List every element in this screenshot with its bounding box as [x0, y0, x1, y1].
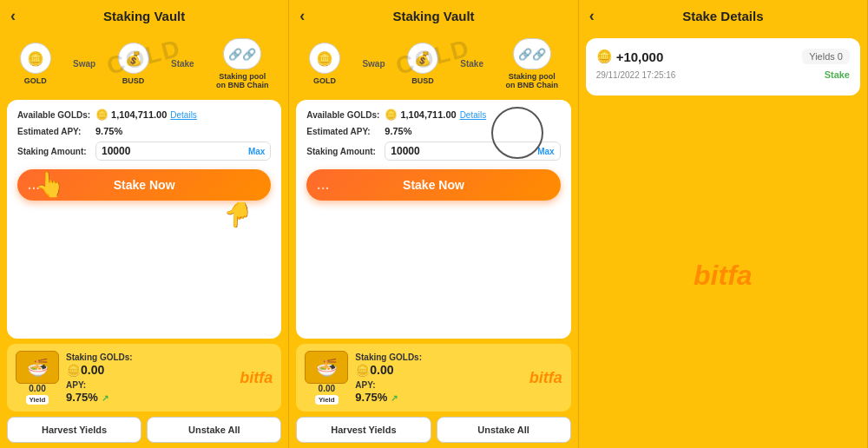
stake-label-1: Stake — [171, 59, 194, 69]
bottom-btns-2: Harvest Yields Unstake All — [296, 417, 570, 443]
details-type: Stake — [825, 69, 850, 80]
bowl-2: 🍜 — [305, 351, 348, 384]
yield-value-1: 0.00 — [29, 384, 45, 393]
staking-golds-label-2: Staking GOLDs: — [355, 352, 522, 362]
bowl-container-2: 🍜 0.00 Yield — [305, 351, 348, 405]
staking-pool-icon-2: 🔗🔗 — [513, 38, 551, 69]
available-golds-value-2: 🪙 1,104,711.00 — [385, 109, 456, 121]
panel-2: ‹ Staking Vault COLD 🪙 GOLD Swap 💰 BUSD … — [289, 0, 578, 448]
panel-3: ‹ Stake Details 🪙 +10,000 Yields 0 29/11… — [579, 0, 868, 448]
amount-input-wrap-2: Max — [385, 142, 560, 161]
apy-value-bottom-1: 9.75% ↗ — [66, 391, 233, 404]
bitfa-logo-1: bitfa — [240, 369, 273, 387]
back-arrow-1[interactable]: ‹ — [10, 7, 16, 25]
gold-icon-item-2: 🪙 GOLD — [309, 43, 340, 85]
bottom-area-1: 🍜 0.00 Yield Staking GOLDs: 🪙0.00 APY: 9… — [7, 344, 281, 412]
amount-input-1[interactable] — [102, 145, 248, 157]
stake-now-btn-2[interactable]: Stake Now — [306, 169, 560, 201]
bottom-area-2: 🍜 0.00 Yield Staking GOLDs: 🪙0.00 APY: 9… — [296, 344, 570, 412]
available-golds-label-2: Available GOLDs: — [306, 110, 385, 120]
apy-label-1: Estimated APY: — [17, 127, 95, 136]
amount-row-2: Staking Amount: Max — [306, 142, 560, 161]
back-arrow-3[interactable]: ‹ — [589, 7, 595, 25]
apy-label-bottom-2: APY: — [355, 380, 522, 390]
max-btn-2[interactable]: Max — [537, 147, 554, 156]
gold-label-1: GOLD — [24, 76, 47, 85]
details-bitfa-logo: bitfa — [694, 260, 753, 292]
busd-icon-item-1: 💰 BUSD — [118, 43, 149, 85]
amount-input-2[interactable] — [391, 145, 537, 157]
busd-icon-2: 💰 — [407, 43, 438, 74]
details-card: 🪙 +10,000 Yields 0 29/11/2022 17:25:16 S… — [586, 38, 860, 96]
details-bitfa-area: bitfa — [579, 102, 867, 448]
unstake-all-btn-2[interactable]: Unstake All — [437, 417, 571, 443]
bowl-container-1: 🍜 0.00 Yield — [16, 351, 59, 405]
staking-golds-value-2: 🪙0.00 — [355, 363, 522, 377]
unstake-all-btn-1[interactable]: Unstake All — [147, 417, 281, 443]
panel-3-header: ‹ Stake Details — [579, 0, 867, 31]
apy-row-2: Estimated APY: 9.75% — [306, 126, 560, 136]
icons-area-2: 🪙 GOLD Swap 💰 BUSD Stake 🔗🔗 Staking pool… — [289, 31, 577, 95]
main-card-1: Available GOLDs: 🪙 1,104,711.00 Details … — [7, 100, 281, 339]
apy-label-2: Estimated APY: — [306, 127, 385, 136]
apy-value-bottom-2: 9.75% ↗ — [355, 391, 522, 404]
panel-1-title: Staking Vault — [103, 9, 185, 23]
panel-1: ‹ Staking Vault COLD 🪙 GOLD Swap 💰 BUSD … — [0, 0, 289, 448]
available-golds-value-1: 🪙 1,104,711.00 — [95, 109, 167, 121]
details-amount-row: 🪙 +10,000 Yields 0 — [596, 49, 850, 64]
staking-info-2: Staking GOLDs: 🪙0.00 APY: 9.75% ↗ — [355, 352, 522, 404]
bowl-icon-1: 🍜 — [27, 357, 49, 378]
staking-golds-value-1: 🪙0.00 — [66, 363, 233, 377]
gold-icon-1: 🪙 — [20, 43, 51, 74]
panel-1-header: ‹ Staking Vault — [0, 0, 288, 31]
apy-value-1: 9.75% — [95, 126, 122, 136]
details-amount-value: +10,000 — [616, 49, 664, 64]
busd-icon-1: 💰 — [118, 43, 149, 74]
stake-label-2: Stake — [460, 59, 483, 69]
panel-2-title: Staking Vault — [392, 9, 474, 23]
harvest-yields-btn-2[interactable]: Harvest Yields — [296, 417, 431, 443]
apy-row-1: Estimated APY: 9.75% — [17, 126, 271, 136]
available-golds-row-2: Available GOLDs: 🪙 1,104,711.00 Details — [306, 109, 560, 121]
available-golds-row-1: Available GOLDs: 🪙 1,104,711.00 Details — [17, 109, 271, 121]
staking-pool-label-2: Staking pool on BNB Chain — [505, 72, 558, 89]
details-link-1[interactable]: Details — [170, 110, 197, 120]
coin-icon-2: 🪙 — [385, 109, 398, 121]
staking-pool-icon-item-2: 🔗🔗 Staking pool on BNB Chain — [505, 38, 558, 89]
staking-amount-label-1: Staking Amount: — [17, 147, 95, 156]
yields-badge: Yields 0 — [802, 49, 850, 64]
gold-icon-item-1: 🪙 GOLD — [20, 43, 51, 85]
main-card-2: Available GOLDs: 🪙 1,104,711.00 Details … — [296, 100, 570, 339]
yield-tag-1: Yield — [26, 395, 49, 405]
staking-pool-label-1: Staking pool on BNB Chain — [216, 72, 269, 89]
panel-2-header: ‹ Staking Vault — [289, 0, 577, 31]
bowl-icon-2: 🍜 — [316, 357, 338, 378]
staking-pool-icon-1: 🔗🔗 — [223, 38, 261, 69]
amount-row-1: Staking Amount: Max — [17, 142, 271, 161]
stake-now-label-1: Stake Now — [114, 178, 175, 192]
apy-value-2: 9.75% — [385, 126, 411, 136]
back-arrow-2[interactable]: ‹ — [299, 7, 305, 25]
coin-icon-1: 🪙 — [95, 109, 108, 121]
details-meta-row: 29/11/2022 17:25:16 Stake — [596, 69, 850, 80]
details-link-2[interactable]: Details — [460, 110, 487, 120]
details-date: 29/11/2022 17:25:16 — [596, 70, 676, 80]
harvest-yields-btn-1[interactable]: Harvest Yields — [7, 417, 141, 443]
stake-now-btn-1[interactable]: Stake Now — [17, 169, 271, 201]
panel-3-title: Stake Details — [682, 9, 763, 23]
hand-pointer-2: 👆 — [223, 201, 253, 229]
bitfa-logo-2: bitfa — [529, 369, 562, 387]
stake-now-label-2: Stake Now — [403, 178, 464, 192]
bowl-1: 🍜 — [16, 351, 59, 384]
details-coin-icon: 🪙 — [596, 49, 613, 64]
busd-label-2: BUSD — [411, 76, 434, 85]
details-amount: 🪙 +10,000 — [596, 49, 664, 64]
staking-amount-label-2: Staking Amount: — [306, 147, 385, 156]
swap-label-2: Swap — [362, 59, 385, 69]
gold-icon-2: 🪙 — [309, 43, 340, 74]
busd-label-1: BUSD — [122, 76, 145, 85]
staking-info-1: Staking GOLDs: 🪙0.00 APY: 9.75% ↗ — [66, 352, 233, 404]
busd-icon-item-2: 💰 BUSD — [407, 43, 438, 85]
max-btn-1[interactable]: Max — [248, 147, 265, 156]
bottom-btns-1: Harvest Yields Unstake All — [7, 417, 281, 443]
